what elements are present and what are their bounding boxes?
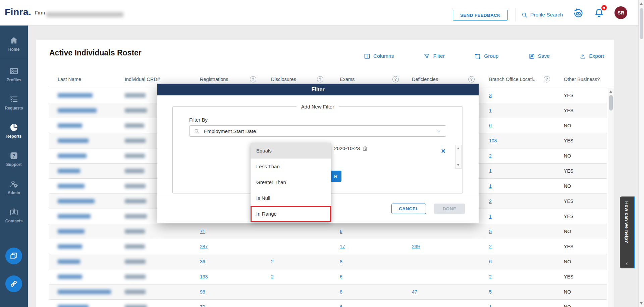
page-scroll-thumb[interactable]	[640, 8, 643, 39]
redacted-last-name-link[interactable]	[58, 184, 85, 188]
redacted-last-name-link[interactable]	[58, 214, 91, 219]
topbar-divider	[516, 8, 516, 21]
redacted-last-name-link[interactable]	[58, 154, 87, 158]
toolbar-group-button[interactable]: Group	[475, 52, 498, 60]
cell-branch_offices-link[interactable]: 1	[489, 108, 492, 113]
col-header-disclosures[interactable]: Disclosures	[271, 77, 296, 82]
sidebar-item-requests[interactable]: Requests	[0, 88, 28, 117]
col-header-deficiencies[interactable]: Deficiencies	[412, 77, 438, 82]
redacted-last-name-link[interactable]	[58, 245, 82, 249]
toolbar-columns-button[interactable]: Columns	[364, 52, 394, 60]
redacted-last-name-link[interactable]	[58, 139, 89, 143]
operator-option-less-than[interactable]: Less Than	[251, 159, 331, 174]
cell-branch_offices-link[interactable]: 108	[489, 138, 497, 143]
sidebar-item-profiles[interactable]: Profiles	[0, 60, 28, 88]
filter-row-scrollbar[interactable]	[455, 145, 462, 169]
sidebar-item-home[interactable]: Home	[0, 30, 28, 58]
link-fab-button[interactable]	[5, 275, 22, 292]
cell-branch_offices-link[interactable]: 2	[489, 199, 492, 204]
page-scroll-down-arrow[interactable]	[640, 302, 643, 305]
cell-branch_offices-link[interactable]: 1	[489, 304, 492, 307]
cell-exams-link[interactable]: 17	[340, 244, 345, 249]
redacted-last-name-link[interactable]	[58, 169, 80, 173]
redacted-last-name-link[interactable]	[58, 305, 89, 307]
operator-option-equals[interactable]: Equals	[251, 143, 331, 159]
cell-deficiencies-link[interactable]: 239	[412, 244, 420, 249]
operator-option-is-null[interactable]: Is Null	[251, 190, 331, 206]
table-scroll-thumb[interactable]	[609, 95, 613, 111]
sidebar-item-reports[interactable]: Reports	[0, 117, 28, 145]
help-icon-exams[interactable]: ?	[392, 76, 399, 82]
redacted-last-name-link[interactable]	[58, 275, 82, 279]
cell-branch_offices-link[interactable]: 2	[489, 274, 492, 279]
cell-branch_offices-link[interactable]: 2	[489, 244, 492, 249]
cell-exams-link[interactable]: 6	[340, 304, 342, 307]
redacted-last-name-link[interactable]	[58, 108, 97, 113]
toolbar-filter-button[interactable]: Filter	[424, 52, 444, 60]
cell-branch_offices-link[interactable]: 1	[489, 214, 492, 219]
operator-option-in-range[interactable]: In Range	[251, 206, 331, 222]
scroll-up-arrow[interactable]	[457, 147, 459, 149]
page-scroll-up-arrow[interactable]	[640, 2, 643, 5]
cell-branch_offices-link[interactable]: 6	[489, 259, 492, 264]
cell-registrations-link[interactable]: 71	[200, 229, 205, 234]
cell-registrations-link[interactable]: 98	[200, 289, 205, 295]
cell-registrations-link[interactable]: 70	[200, 304, 205, 307]
scroll-down-arrow[interactable]	[457, 164, 459, 166]
calendar-icon[interactable]	[362, 146, 368, 151]
table-scroll-up-arrow[interactable]	[609, 90, 612, 93]
cell-disclosures-link[interactable]: 2	[271, 259, 274, 264]
redacted-last-name-link[interactable]	[58, 290, 111, 294]
cell-exams-link[interactable]: 8	[340, 259, 342, 264]
sidebar-item-support[interactable]: ?Support	[0, 145, 28, 173]
col-header-other-business[interactable]: Other Business?	[564, 77, 600, 82]
profile-search-link[interactable]: Profile Search	[521, 10, 563, 20]
sidebar-item-admin[interactable]: Admin	[0, 173, 28, 201]
windows-fab-button[interactable]	[5, 248, 22, 264]
recently-viewed-icon[interactable]	[573, 8, 584, 19]
redacted-last-name-link[interactable]	[58, 93, 93, 98]
cell-branch_offices-link[interactable]: 1	[489, 183, 492, 189]
redacted-last-name-link[interactable]	[58, 229, 85, 234]
table-scrollbar[interactable]	[608, 88, 613, 307]
page-scrollbar[interactable]	[638, 0, 644, 307]
cell-branch_offices-link[interactable]: 2	[489, 153, 492, 159]
help-icon-registrations[interactable]: ?	[250, 76, 256, 82]
cell-branch_offices-link[interactable]: 1	[489, 168, 492, 174]
cell-disclosures-link[interactable]: 2	[271, 274, 274, 279]
toolbar-export-button[interactable]: Export	[580, 52, 604, 60]
filter-by-combobox[interactable]: Employment Start Date	[189, 125, 446, 137]
cancel-button[interactable]: CANCEL	[391, 204, 426, 214]
remove-filter-button[interactable]: ×	[441, 147, 445, 155]
col-header-registrations[interactable]: Registrations	[200, 77, 228, 82]
sidebar-item-contacts[interactable]: Contacts	[0, 201, 28, 229]
cell-branch_offices-link[interactable]: 5	[489, 229, 492, 234]
filter-date-field[interactable]: 2020-10-23	[334, 145, 368, 153]
col-header-branch-office-locati[interactable]: Branch Office Locati...	[489, 77, 537, 82]
col-header-exams[interactable]: Exams	[340, 77, 355, 82]
redacted-last-name-link[interactable]	[58, 199, 95, 204]
redacted-last-name-link[interactable]	[58, 124, 82, 128]
col-header-individual-crd[interactable]: Individual CRD#	[125, 77, 160, 82]
send-feedback-button[interactable]: SEND FEEDBACK	[453, 10, 508, 20]
cell-registrations-link[interactable]: 36	[200, 259, 205, 264]
cell-branch_offices-link[interactable]: 3	[489, 93, 492, 98]
cell-exams-link[interactable]: 6	[340, 274, 342, 279]
done-button-disabled: DONE	[434, 204, 465, 214]
cell-branch_offices-link[interactable]: 5	[489, 289, 492, 295]
cell-registrations-link[interactable]: 287	[200, 244, 208, 249]
operator-option-greater-than[interactable]: Greater Than	[251, 174, 331, 190]
cell-deficiencies-link[interactable]: 47	[412, 289, 417, 295]
redacted-last-name-link[interactable]	[58, 260, 80, 264]
col-header-last-name[interactable]: Last Name	[58, 77, 81, 82]
cell-branch_offices-link[interactable]: 6	[489, 123, 492, 128]
cell-registrations-link[interactable]: 133	[200, 274, 208, 279]
help-tab[interactable]: How can we help? ‹	[620, 196, 635, 268]
help-icon-disclosures[interactable]: ?	[317, 76, 323, 82]
help-icon-deficiencies[interactable]: ?	[468, 76, 475, 82]
cell-exams-link[interactable]: 6	[340, 229, 342, 234]
user-avatar[interactable]: SR	[614, 6, 627, 19]
cell-exams-link[interactable]: 8	[340, 289, 342, 295]
toolbar-save-button[interactable]: Save	[529, 52, 550, 60]
help-icon-branch-office-locati[interactable]: ?	[544, 76, 550, 82]
